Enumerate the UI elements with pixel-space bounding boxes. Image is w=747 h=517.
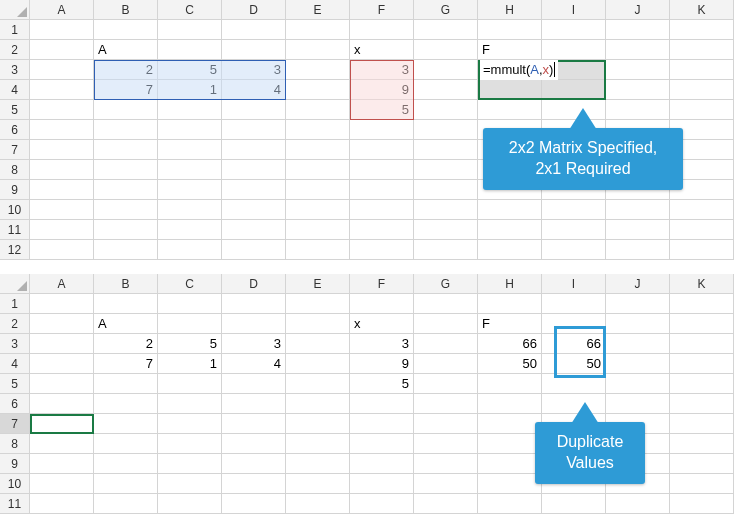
cell[interactable] [350, 220, 414, 240]
col-header[interactable]: G [414, 274, 478, 294]
col-header[interactable]: D [222, 0, 286, 20]
cell[interactable] [542, 314, 606, 334]
cell[interactable] [30, 160, 94, 180]
cell[interactable] [286, 394, 350, 414]
cell[interactable] [30, 374, 94, 394]
cell[interactable] [286, 120, 350, 140]
cell[interactable] [478, 434, 542, 454]
cell[interactable] [542, 240, 606, 260]
cell[interactable] [94, 374, 158, 394]
cell[interactable] [350, 200, 414, 220]
cell[interactable] [606, 20, 670, 40]
cell[interactable] [670, 294, 734, 314]
cell[interactable] [286, 220, 350, 240]
cell-x[interactable]: 5 [350, 100, 414, 120]
cell[interactable] [670, 40, 734, 60]
cell[interactable] [542, 294, 606, 314]
row-header[interactable]: 12 [0, 240, 30, 260]
cell-x[interactable]: 3 [350, 334, 414, 354]
cell[interactable] [222, 140, 286, 160]
cell[interactable] [30, 100, 94, 120]
col-header[interactable]: F [350, 0, 414, 20]
cell-F[interactable] [478, 80, 542, 100]
cell[interactable] [350, 180, 414, 200]
cell[interactable] [286, 60, 350, 80]
cell[interactable] [94, 220, 158, 240]
cell-A[interactable]: 7 [94, 80, 158, 100]
col-header[interactable]: B [94, 274, 158, 294]
row-header[interactable]: 3 [0, 334, 30, 354]
cell[interactable] [606, 374, 670, 394]
cell[interactable] [94, 120, 158, 140]
cell[interactable] [30, 434, 94, 454]
cell[interactable] [30, 80, 94, 100]
cell[interactable] [542, 200, 606, 220]
cell[interactable] [158, 180, 222, 200]
cell[interactable] [94, 200, 158, 220]
cell[interactable] [158, 200, 222, 220]
cell[interactable] [158, 374, 222, 394]
cell[interactable] [542, 40, 606, 60]
cell[interactable] [222, 120, 286, 140]
cell[interactable] [30, 394, 94, 414]
cell[interactable] [222, 40, 286, 60]
cell[interactable] [414, 80, 478, 100]
cell-A[interactable]: 1 [158, 80, 222, 100]
cell-F[interactable]: 50 [478, 354, 542, 374]
cell[interactable] [222, 240, 286, 260]
cell-F-dup[interactable]: 50 [542, 354, 606, 374]
row-header[interactable]: 6 [0, 394, 30, 414]
cell[interactable] [286, 140, 350, 160]
row-header[interactable]: 2 [0, 314, 30, 334]
cell[interactable] [350, 120, 414, 140]
cell[interactable] [670, 20, 734, 40]
cell[interactable] [94, 100, 158, 120]
col-header[interactable]: H [478, 0, 542, 20]
cell-A[interactable]: 7 [94, 354, 158, 374]
cell[interactable] [158, 474, 222, 494]
cell[interactable] [222, 314, 286, 334]
col-header[interactable]: F [350, 274, 414, 294]
cell[interactable] [414, 120, 478, 140]
cell[interactable] [670, 374, 734, 394]
cell[interactable] [158, 220, 222, 240]
cell[interactable] [158, 294, 222, 314]
cell-F[interactable] [542, 80, 606, 100]
cell[interactable] [350, 20, 414, 40]
cell[interactable] [670, 454, 734, 474]
cell[interactable] [158, 414, 222, 434]
cell[interactable] [30, 20, 94, 40]
cell[interactable] [606, 100, 670, 120]
cell[interactable] [94, 494, 158, 514]
cell[interactable] [606, 240, 670, 260]
cell[interactable] [158, 240, 222, 260]
cell[interactable] [30, 240, 94, 260]
cell[interactable] [478, 474, 542, 494]
cell[interactable] [606, 494, 670, 514]
cell[interactable] [478, 20, 542, 40]
cell[interactable] [414, 414, 478, 434]
cell[interactable] [158, 100, 222, 120]
cell[interactable] [222, 294, 286, 314]
cell[interactable] [350, 140, 414, 160]
cell[interactable] [30, 414, 94, 434]
col-header[interactable]: A [30, 0, 94, 20]
cell[interactable] [30, 494, 94, 514]
cell[interactable] [286, 414, 350, 434]
cell[interactable] [350, 474, 414, 494]
cell[interactable] [414, 160, 478, 180]
cell-x[interactable]: 5 [350, 374, 414, 394]
cell[interactable] [670, 60, 734, 80]
row-header[interactable]: 6 [0, 120, 30, 140]
cell[interactable] [350, 434, 414, 454]
cell[interactable] [478, 374, 542, 394]
cell[interactable] [222, 20, 286, 40]
col-header[interactable]: A [30, 274, 94, 294]
cell[interactable] [414, 220, 478, 240]
cell[interactable] [606, 60, 670, 80]
row-header[interactable]: 5 [0, 100, 30, 120]
cell[interactable] [670, 494, 734, 514]
row-header[interactable]: 10 [0, 200, 30, 220]
cell[interactable] [414, 40, 478, 60]
formula-editor[interactable]: =mmult(A,x) [480, 60, 558, 80]
